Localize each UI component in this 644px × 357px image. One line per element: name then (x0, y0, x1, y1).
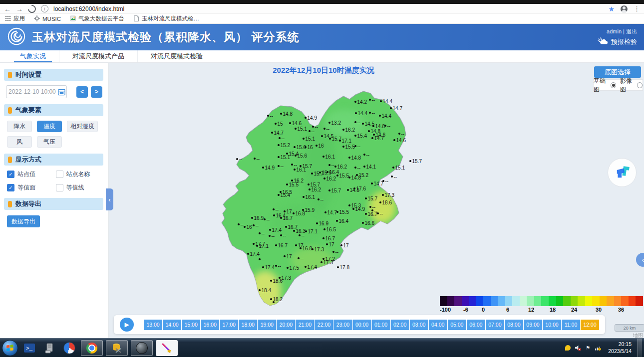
station-dot[interactable] (284, 255, 286, 257)
network-warning-icon[interactable]: ! (595, 345, 601, 351)
station-dot[interactable] (291, 179, 293, 181)
checkbox-icon[interactable] (56, 171, 63, 178)
time-cell-01:00[interactable]: 01:00 (372, 320, 390, 330)
time-cell-19:00[interactable]: 19:00 (258, 320, 276, 330)
browser-menu-icon[interactable]: ⋮ (634, 5, 640, 12)
time-prev-button[interactable]: < (76, 86, 88, 98)
station-dot[interactable] (312, 126, 314, 128)
station-dot[interactable] (382, 180, 384, 182)
server-manager-icon[interactable] (41, 341, 58, 356)
site-info-icon[interactable]: i (41, 5, 48, 12)
station-dot[interactable] (355, 112, 357, 114)
station-dot[interactable] (348, 177, 350, 178)
station-dot[interactable] (409, 160, 411, 162)
station-dot[interactable] (371, 182, 373, 184)
station-dot[interactable] (309, 188, 311, 190)
time-cell-10:00[interactable]: 10:00 (543, 320, 561, 330)
station-dot[interactable] (319, 172, 321, 174)
station-dot[interactable] (259, 232, 261, 234)
station-dot[interactable] (363, 154, 365, 156)
station-dot[interactable] (289, 122, 291, 124)
station-dot[interactable] (273, 208, 275, 210)
basemap-option[interactable]: 基础图 (594, 77, 616, 94)
globe-icon[interactable] (131, 340, 153, 356)
station-dot[interactable] (365, 197, 367, 199)
station-dot[interactable] (295, 155, 297, 157)
station-dot[interactable] (362, 123, 364, 125)
station-dot[interactable] (278, 194, 280, 196)
calendar-icon[interactable] (58, 88, 65, 96)
station-dot[interactable] (305, 230, 307, 232)
station-dot[interactable] (322, 237, 324, 239)
time-cell-07:00[interactable]: 07:00 (486, 320, 504, 330)
station-dot[interactable] (238, 223, 240, 225)
time-cell-21:00[interactable]: 21:00 (296, 320, 314, 330)
station-dot[interactable] (269, 235, 271, 237)
station-dot[interactable] (256, 245, 258, 247)
time-cell-17:00[interactable]: 17:00 (220, 320, 238, 330)
station-dot[interactable] (363, 166, 365, 168)
station-dot[interactable] (353, 187, 355, 189)
station-dot[interactable] (286, 183, 288, 185)
station-dot[interactable] (391, 176, 393, 178)
station-dot[interactable] (323, 178, 325, 179)
time-cell-11:00[interactable]: 11:00 (562, 320, 580, 330)
station-dot[interactable] (278, 165, 280, 167)
station-dot[interactable] (280, 217, 282, 219)
reload-icon[interactable] (26, 3, 38, 14)
time-cell-03:00[interactable]: 03:00 (410, 320, 428, 330)
station-dot[interactable] (294, 169, 296, 171)
time-cell-08:00[interactable]: 08:00 (505, 320, 523, 330)
station-dot[interactable] (236, 158, 238, 160)
station-dot[interactable] (275, 265, 277, 267)
station-dot[interactable] (368, 130, 370, 132)
station-dot[interactable] (285, 226, 287, 228)
station-dot[interactable] (293, 212, 295, 214)
station-dot[interactable] (340, 244, 342, 246)
station-dot[interactable] (369, 206, 371, 208)
basemap-option[interactable]: 影像图 (620, 77, 643, 94)
station-dot[interactable] (365, 213, 367, 215)
time-cell-02:00[interactable]: 02:00 (391, 320, 409, 330)
time-cell-09:00[interactable]: 09:00 (524, 320, 542, 330)
station-dot[interactable] (354, 135, 356, 137)
station-dot[interactable] (278, 144, 280, 146)
station-dot[interactable] (342, 146, 344, 148)
station-dot[interactable] (348, 204, 350, 206)
station-dot[interactable] (337, 266, 339, 268)
station-dot[interactable] (259, 289, 261, 291)
display-option[interactable]: ✓站点值 (7, 170, 54, 178)
time-cell-15:00[interactable]: 15:00 (182, 320, 200, 330)
station-dot[interactable] (269, 229, 271, 231)
station-dot[interactable] (348, 157, 350, 159)
station-dot[interactable] (275, 244, 277, 246)
bookmark-item[interactable]: 玉林对流尺度模式检… (133, 15, 199, 22)
station-dot[interactable] (253, 243, 255, 245)
station-dot[interactable] (287, 267, 289, 269)
time-next-button[interactable]: > (91, 86, 102, 98)
station-dot[interactable] (354, 145, 356, 147)
station-dot[interactable] (244, 226, 246, 228)
station-dot[interactable] (305, 117, 307, 119)
station-dot[interactable] (356, 174, 358, 176)
forward-icon[interactable]: → (16, 5, 23, 12)
station-dot[interactable] (280, 234, 282, 236)
station-dot[interactable] (334, 166, 336, 168)
station-dot[interactable] (332, 251, 334, 253)
station-dot[interactable] (273, 214, 275, 216)
station-dot[interactable] (251, 217, 253, 219)
station-dot[interactable] (322, 156, 324, 158)
bookmark-item[interactable]: MUSIC (34, 15, 61, 22)
station-dot[interactable] (291, 164, 293, 166)
editor-pen-icon[interactable]: ✱ (156, 340, 178, 356)
time-cell-06:00[interactable]: 06:00 (467, 320, 485, 330)
station-dot[interactable] (264, 218, 266, 220)
element-button[interactable]: 风 (7, 136, 32, 148)
start-button[interactable] (2, 340, 18, 356)
station-dot[interactable] (339, 140, 341, 142)
station-dot[interactable] (300, 247, 302, 249)
station-dot[interactable] (309, 130, 311, 132)
forecast-verification-link[interactable]: 预报检验 (597, 37, 637, 46)
station-dot[interactable] (295, 128, 297, 130)
station-dot[interactable] (342, 129, 344, 131)
